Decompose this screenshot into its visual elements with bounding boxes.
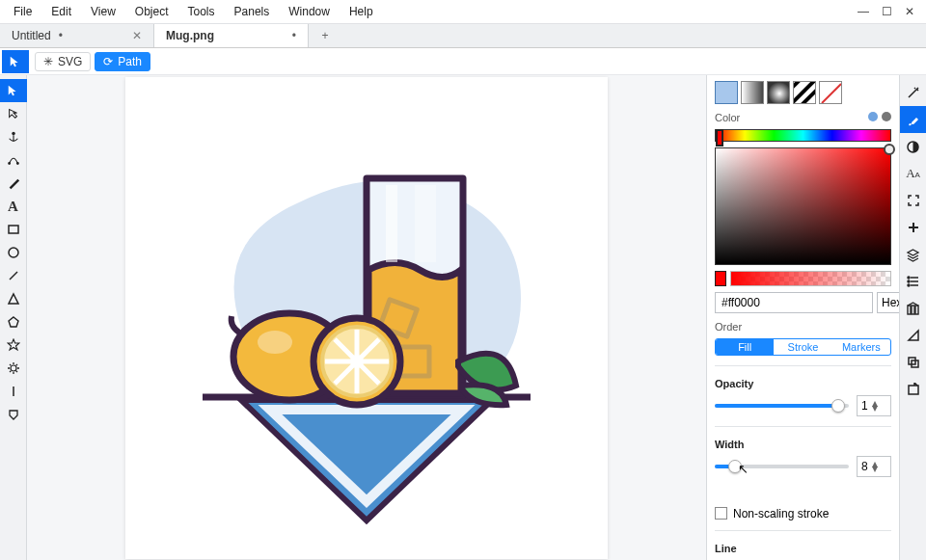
properties-panel: Color Hex Order Fill Stroke Markers Opac… xyxy=(706,75,899,560)
svg-point-43 xyxy=(908,277,910,279)
svg-rect-31 xyxy=(742,82,763,103)
checkbox-label: Non-scaling stroke xyxy=(733,507,829,520)
paint-flat[interactable] xyxy=(715,81,738,104)
opacity-knob[interactable] xyxy=(831,399,845,413)
opacity-slider[interactable] xyxy=(715,404,849,408)
canvas-area[interactable] xyxy=(27,75,706,560)
svg-point-6 xyxy=(11,365,16,371)
curve-tool[interactable] xyxy=(0,148,27,172)
left-toolbar: A xyxy=(0,75,27,560)
svg-point-44 xyxy=(908,280,910,282)
export-icon[interactable] xyxy=(900,376,927,403)
context-chip-svg[interactable]: ✳ SVG xyxy=(35,52,91,71)
seg-fill[interactable]: Fill xyxy=(716,339,774,355)
tab-mug[interactable]: Mug.png • xyxy=(154,24,309,47)
layers-icon[interactable] xyxy=(900,241,927,268)
menu-help[interactable]: Help xyxy=(340,1,383,22)
svg-line-13 xyxy=(10,371,11,372)
paint-linear[interactable] xyxy=(741,81,764,104)
anchor-tool[interactable] xyxy=(0,125,27,148)
paint-pattern[interactable] xyxy=(793,81,816,104)
menu-panels[interactable]: Panels xyxy=(225,1,280,22)
width-slider[interactable] xyxy=(715,465,849,468)
tab-untitled[interactable]: Untitled • ✕ xyxy=(0,24,154,47)
canvas[interactable] xyxy=(125,77,608,559)
dirty-indicator-icon: • xyxy=(292,29,296,42)
color-slot-1[interactable] xyxy=(868,112,878,121)
svg-rect-48 xyxy=(915,306,918,314)
svg-rect-20 xyxy=(386,185,397,262)
artwork xyxy=(125,77,608,559)
alpha-indicator xyxy=(715,271,726,286)
menu-view[interactable]: View xyxy=(81,1,125,22)
seg-stroke[interactable]: Stroke xyxy=(774,339,831,355)
brush-icon[interactable] xyxy=(900,106,927,133)
shape-tool[interactable] xyxy=(0,403,27,426)
text-tool[interactable]: A xyxy=(0,195,27,218)
maximize-icon[interactable]: ☐ xyxy=(880,5,893,18)
paint-radial[interactable] xyxy=(767,81,790,104)
menu-object[interactable]: Object xyxy=(125,1,178,22)
paint-order-segment[interactable]: Fill Stroke Markers xyxy=(715,338,891,356)
new-tab-button[interactable]: + xyxy=(309,24,341,47)
star-tool[interactable] xyxy=(0,333,27,357)
fullscreen-icon[interactable] xyxy=(900,187,927,214)
slant-icon[interactable] xyxy=(900,322,927,349)
library-icon[interactable] xyxy=(900,295,927,322)
ellipse-tool[interactable] xyxy=(0,241,27,264)
context-bar: ✳ SVG ⟳ Path xyxy=(0,48,926,75)
hue-handle[interactable] xyxy=(716,129,723,147)
line-tool[interactable] xyxy=(0,264,27,287)
node-tool[interactable] xyxy=(0,102,27,125)
tab-close-icon[interactable]: ✕ xyxy=(132,29,142,42)
opacity-spinner[interactable]: 1▴▾ xyxy=(857,395,891,416)
width-knob[interactable] xyxy=(728,460,742,473)
selection-tool-indicator[interactable] xyxy=(2,50,29,73)
path-icon: ⟳ xyxy=(103,55,113,68)
rect-tool[interactable] xyxy=(0,218,27,241)
color-format-select[interactable]: Hex xyxy=(877,292,899,313)
list-icon[interactable] xyxy=(900,268,927,295)
svg-point-4 xyxy=(9,248,18,257)
alpha-slider[interactable] xyxy=(730,271,891,286)
hex-input[interactable] xyxy=(715,292,873,313)
sv-handle[interactable] xyxy=(884,144,895,155)
polygon-tool[interactable] xyxy=(0,310,27,333)
svg-rect-47 xyxy=(912,306,914,314)
paint-type-row xyxy=(715,81,891,104)
width-spinner[interactable]: 8▴▾ xyxy=(857,456,891,477)
non-scaling-stroke-checkbox[interactable]: Non-scaling stroke xyxy=(715,507,891,520)
svg-rect-37 xyxy=(820,82,841,103)
hue-slider[interactable] xyxy=(715,129,891,142)
contrast-icon[interactable] xyxy=(900,133,927,160)
menu-edit[interactable]: Edit xyxy=(41,1,81,22)
svg-point-30 xyxy=(350,355,364,368)
wand-icon[interactable] xyxy=(900,79,927,106)
pen-tool[interactable] xyxy=(0,172,27,195)
color-slot-2[interactable] xyxy=(882,112,891,121)
cursor-icon xyxy=(9,55,22,68)
dirty-indicator-icon: • xyxy=(59,29,63,42)
chip-label: Path xyxy=(118,55,142,68)
menu-window[interactable]: Window xyxy=(279,1,340,22)
saturation-value-picker[interactable] xyxy=(715,147,891,265)
add-icon[interactable] xyxy=(900,214,927,241)
svg-line-5 xyxy=(10,272,17,280)
path-ops-icon[interactable] xyxy=(900,349,927,376)
gear-tool[interactable] xyxy=(0,357,27,380)
menu-tools[interactable]: Tools xyxy=(178,1,225,22)
menu-file[interactable]: File xyxy=(4,1,41,22)
menu-bar: File Edit View Object Tools Panels Windo… xyxy=(0,0,926,23)
close-icon[interactable]: ✕ xyxy=(903,5,916,18)
triangle-tool[interactable] xyxy=(0,287,27,310)
svg-line-14 xyxy=(15,371,16,372)
minimize-icon[interactable]: ― xyxy=(857,5,870,18)
vline-tool[interactable] xyxy=(0,380,27,403)
context-chip-path[interactable]: ⟳ Path xyxy=(95,52,150,71)
tab-label: Mug.png xyxy=(166,29,214,42)
select-tool[interactable] xyxy=(0,79,27,102)
text-panel-icon[interactable]: AA xyxy=(900,160,927,187)
svg-rect-46 xyxy=(908,306,911,314)
paint-none[interactable] xyxy=(819,81,842,104)
seg-markers[interactable]: Markers xyxy=(832,339,890,355)
